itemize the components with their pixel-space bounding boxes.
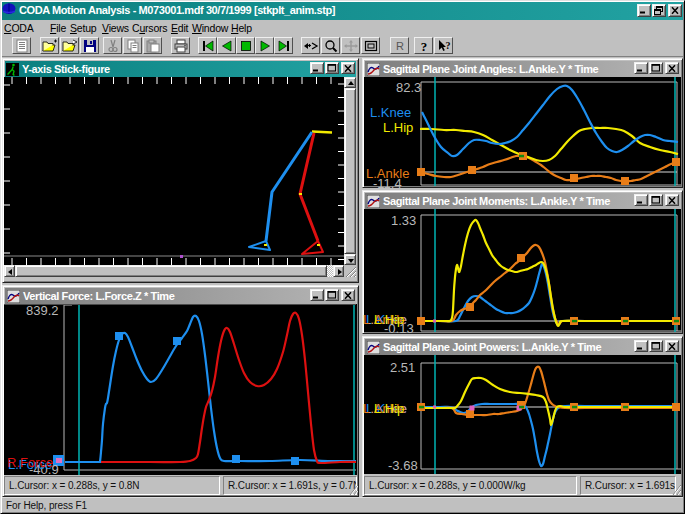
svg-text:R: R	[396, 40, 404, 52]
svg-text:?: ?	[421, 39, 428, 53]
svg-text:?: ?	[446, 40, 451, 51]
